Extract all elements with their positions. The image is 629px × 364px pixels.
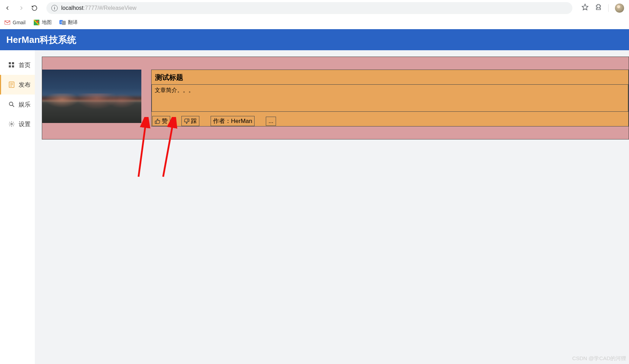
svg-text:G: G [60,21,62,24]
browser-chrome: i localhost:7777/#/ReleaseView Gmail 地图 [0,0,629,29]
like-button[interactable]: 赞 [152,116,170,126]
bookmark-maps[interactable]: 地图 [33,19,52,26]
bookmark-translate[interactable]: G 翻译 [59,19,78,26]
site-info-icon[interactable]: i [51,5,58,11]
svg-point-15 [11,123,13,125]
sidebar-item-label: 娱乐 [19,100,31,109]
svg-rect-5 [9,62,11,64]
article-summary: 文章简介。。。 [152,84,628,112]
sidebar-item-label: 设置 [19,120,31,128]
sidebar-item-label: 发布 [19,81,31,89]
sidebar-item-label: 首页 [19,61,31,69]
sidebar-item-publish[interactable]: 发布 [0,75,35,95]
app-title: HerMan科技系统 [6,34,76,46]
svg-rect-6 [12,62,14,64]
back-button[interactable] [4,4,12,12]
more-button[interactable]: ... [266,117,276,126]
like-label: 赞 [162,117,168,125]
sidebar: 首页 发布 娱乐 设置 [0,50,35,364]
bookmark-label: 地图 [42,19,52,26]
maps-icon [33,19,40,26]
url-bar[interactable]: i localhost:7777/#/ReleaseView [46,2,572,14]
grid-icon [8,61,15,69]
gear-icon [8,121,15,128]
magnifier-icon [8,101,15,108]
svg-rect-3 [62,21,66,25]
gmail-icon [4,19,11,26]
thumbs-down-icon [184,118,190,124]
sidebar-item-entertainment[interactable]: 娱乐 [0,95,35,114]
svg-point-13 [9,102,13,106]
translate-icon: G [59,19,66,26]
svg-line-14 [13,105,14,107]
article-meta-row: 赞 踩 作者：HerMan ... [152,112,628,126]
document-icon [8,81,15,88]
bookmark-star-icon[interactable] [582,4,589,12]
sidebar-item-home[interactable]: 首页 [0,55,35,75]
thumbs-up-icon [155,118,160,124]
svg-point-1 [37,20,39,22]
forward-button[interactable] [17,4,25,12]
toolbar-divider [608,4,609,12]
sidebar-item-settings[interactable]: 设置 [0,114,35,134]
dislike-button[interactable]: 踩 [181,116,199,126]
browser-toolbar: i localhost:7777/#/ReleaseView [0,0,629,16]
bookmark-gmail[interactable]: Gmail [4,19,26,26]
dislike-label: 踩 [191,117,197,125]
article-thumbnail [42,70,141,123]
article-body: 测试标题 文章简介。。。 赞 踩 [151,70,629,126]
svg-rect-8 [12,65,14,67]
profile-avatar[interactable] [615,4,624,13]
author-label: 作者：HerMan [211,116,255,126]
reload-button[interactable] [30,4,39,12]
article-title: 测试标题 [152,70,628,84]
app-header: HerMan科技系统 [0,29,629,50]
url-text: localhost:7777/#/ReleaseView [61,5,136,11]
extensions-icon[interactable] [595,4,602,12]
app-layout: 首页 发布 娱乐 设置 测试标题 文章简介 [0,50,629,364]
svg-rect-7 [9,65,11,67]
article-card: 测试标题 文章简介。。。 赞 踩 [42,57,629,139]
svg-marker-0 [582,4,588,10]
toolbar-right [580,4,625,13]
content-area: 测试标题 文章简介。。。 赞 踩 [35,50,629,364]
bookmark-label: Gmail [13,20,26,25]
bookmark-label: 翻译 [68,19,78,26]
watermark: CSDN @学CAD的河狸 [572,355,626,362]
bookmark-bar: Gmail 地图 G 翻译 [0,16,629,29]
